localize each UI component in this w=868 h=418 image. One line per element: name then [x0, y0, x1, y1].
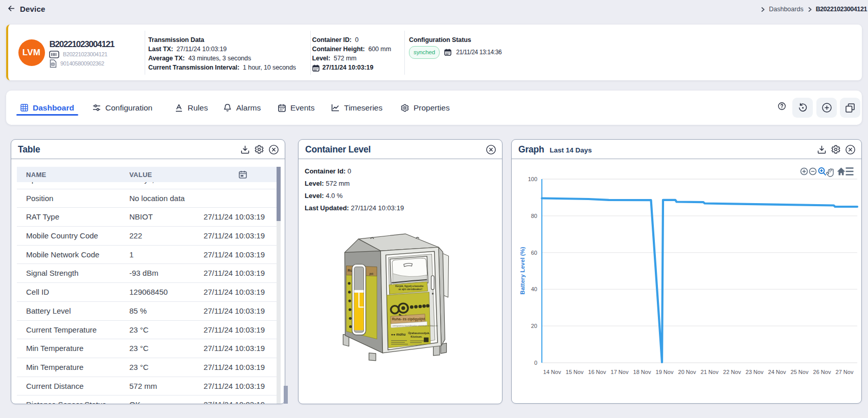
- svg-text:15 Nov: 15 Nov: [566, 369, 584, 375]
- svg-text:23 Nov: 23 Nov: [746, 369, 764, 375]
- svg-text:18 Nov: 18 Nov: [633, 369, 651, 375]
- svg-text:Újrahasznosítjuk.: Újrahasznosítjuk.: [408, 332, 430, 335]
- svg-text:Ruha- és cipőgyűjtő: Ruha- és cipőgyűjtő: [392, 317, 425, 321]
- svg-text:80: 80: [531, 213, 537, 219]
- svg-text:0: 0: [534, 360, 537, 366]
- svg-text:20 Nov: 20 Nov: [678, 369, 696, 375]
- svg-text:jtő: jtő: [369, 272, 374, 275]
- svg-text:27 Nov: 27 Nov: [836, 369, 854, 375]
- svg-text:20: 20: [531, 323, 537, 329]
- svg-text:Kérjük, figyelj a kezedre: Kérjük, figyelj a kezedre: [395, 285, 423, 288]
- svg-text:21 Nov: 21 Nov: [701, 369, 719, 375]
- svg-text:25 Nov: 25 Nov: [791, 369, 809, 375]
- svg-text:Közösen.: Közösen.: [410, 335, 422, 338]
- svg-text:26 Nov: 26 Nov: [813, 369, 831, 375]
- svg-text:●● mohu: ●● mohu: [391, 333, 405, 336]
- svg-text:100: 100: [528, 176, 537, 182]
- svg-text:16 Nov: 16 Nov: [588, 369, 606, 375]
- svg-text:24 Nov: 24 Nov: [768, 369, 786, 375]
- svg-text:17 Nov: 17 Nov: [611, 369, 629, 375]
- svg-text:Battery Level (%): Battery Level (%): [519, 247, 526, 294]
- svg-text:22 Nov: 22 Nov: [723, 369, 741, 375]
- svg-text:40: 40: [531, 286, 537, 292]
- svg-text:60: 60: [531, 250, 537, 256]
- svg-text:14 Nov: 14 Nov: [543, 369, 561, 375]
- svg-text:az ajtó záródásakor!: az ajtó záródásakor!: [399, 288, 423, 291]
- svg-text:19 Nov: 19 Nov: [656, 369, 674, 375]
- svg-text:szennyezett és használhatatlan: szennyezett és használhatatlan ruhát kér…: [392, 325, 438, 327]
